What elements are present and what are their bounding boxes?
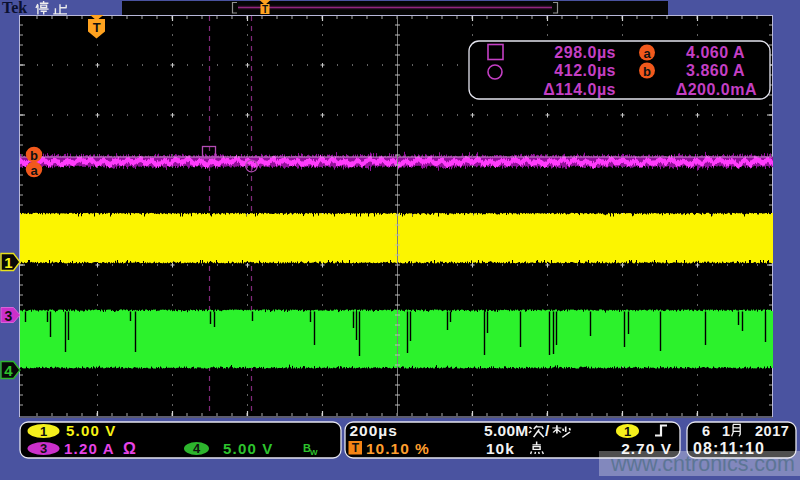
svg-text:3.860 A: 3.860 A xyxy=(686,62,745,79)
svg-text:www.cntronics.com: www.cntronics.com xyxy=(610,451,795,476)
svg-text:T: T xyxy=(352,441,360,455)
svg-text:10.10 %: 10.10 % xyxy=(366,440,430,457)
svg-text:Δ200.0mA: Δ200.0mA xyxy=(676,81,757,98)
svg-text:10k: 10k xyxy=(486,440,515,457)
svg-text:5.00 V: 5.00 V xyxy=(66,422,117,439)
svg-text:b: b xyxy=(643,64,651,79)
svg-text:T: T xyxy=(262,4,268,15)
svg-text:1: 1 xyxy=(4,254,12,271)
svg-text:4: 4 xyxy=(193,441,201,456)
svg-text:Δ114.0µs: Δ114.0µs xyxy=(543,81,616,98)
svg-text:1: 1 xyxy=(40,424,47,439)
svg-text:1: 1 xyxy=(722,423,730,439)
svg-text:2017: 2017 xyxy=(755,423,789,439)
svg-text:b: b xyxy=(30,148,38,163)
svg-text:1.20 A: 1.20 A xyxy=(64,440,115,457)
svg-text:W: W xyxy=(310,448,318,457)
svg-text:4.060 A: 4.060 A xyxy=(686,44,745,61)
svg-text:3: 3 xyxy=(5,308,13,324)
svg-text:5.00 V: 5.00 V xyxy=(223,440,274,457)
svg-text:4: 4 xyxy=(4,362,13,379)
svg-text:6: 6 xyxy=(702,423,710,439)
svg-text:200µs: 200µs xyxy=(350,422,398,439)
svg-text:412.0µs: 412.0µs xyxy=(554,62,616,79)
svg-text:Ω: Ω xyxy=(123,440,136,457)
svg-text:5.00M: 5.00M xyxy=(484,422,529,439)
svg-text:1: 1 xyxy=(624,424,631,439)
svg-text:T: T xyxy=(93,20,101,35)
svg-text:298.0µs: 298.0µs xyxy=(554,44,616,61)
svg-text:/: / xyxy=(545,422,550,439)
svg-text:Tek: Tek xyxy=(2,0,27,16)
svg-text:a: a xyxy=(643,46,651,61)
svg-text:3: 3 xyxy=(40,441,47,456)
svg-text:a: a xyxy=(30,163,38,178)
